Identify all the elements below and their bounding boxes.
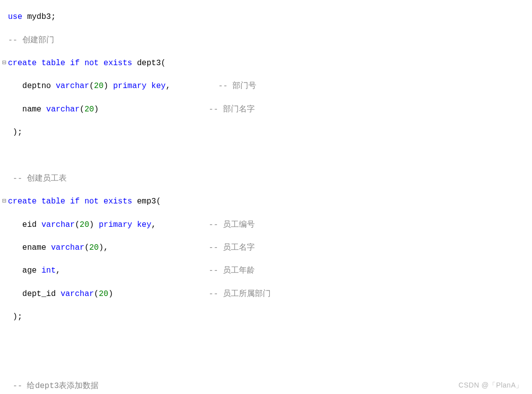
code-line: ); bbox=[2, 311, 532, 323]
code-line: eid varchar(20) primary key, -- 员工编号 bbox=[2, 219, 532, 231]
gutter bbox=[2, 104, 8, 114]
comment: -- 创建部门 bbox=[8, 36, 54, 45]
code-line: -- 创建员工表 bbox=[2, 173, 532, 185]
gutter bbox=[2, 265, 8, 275]
code-line: age int, -- 员工年龄 bbox=[2, 265, 532, 277]
sql-code-block[interactable]: use mydb3; -- 创建部门 ⊟create table if not … bbox=[0, 0, 532, 394]
code-line: deptno varchar(20) primary key, -- 部门号 bbox=[2, 81, 532, 92]
code-line: -- 创建部门 bbox=[2, 35, 532, 46]
code-line: dept_id varchar(20) -- 员工所属部门 bbox=[2, 289, 532, 300]
gutter bbox=[2, 127, 8, 137]
gutter bbox=[2, 334, 8, 344]
keyword: use bbox=[8, 12, 22, 21]
code-line bbox=[2, 150, 532, 161]
gutter bbox=[2, 11, 8, 21]
code-line: ⊟create table if not exists emp3( bbox=[2, 196, 532, 207]
gutter bbox=[2, 35, 8, 45]
gutter bbox=[2, 381, 8, 391]
gutter bbox=[2, 150, 8, 160]
gutter bbox=[2, 311, 8, 321]
code-line: name varchar(20) -- 部门名字 bbox=[2, 104, 532, 115]
gutter bbox=[2, 289, 8, 298]
fold-icon[interactable]: ⊟ bbox=[2, 196, 8, 206]
fold-icon[interactable]: ⊟ bbox=[2, 58, 8, 68]
gutter bbox=[2, 242, 8, 252]
gutter bbox=[2, 219, 8, 229]
code-line: ⊟create table if not exists dept3( bbox=[2, 58, 532, 69]
watermark-text: CSDN @「PlanA」 bbox=[458, 380, 523, 390]
code-line: ename varchar(20), -- 员工名字 bbox=[2, 242, 532, 254]
gutter bbox=[2, 81, 8, 91]
code-line: use mydb3; bbox=[2, 11, 532, 23]
code-line: ); bbox=[2, 127, 532, 138]
gutter bbox=[2, 358, 8, 368]
code-line bbox=[2, 358, 532, 369]
code-line bbox=[2, 334, 532, 346]
code-line: -- 给dept3表添加数据 bbox=[2, 381, 532, 392]
gutter bbox=[2, 173, 8, 183]
